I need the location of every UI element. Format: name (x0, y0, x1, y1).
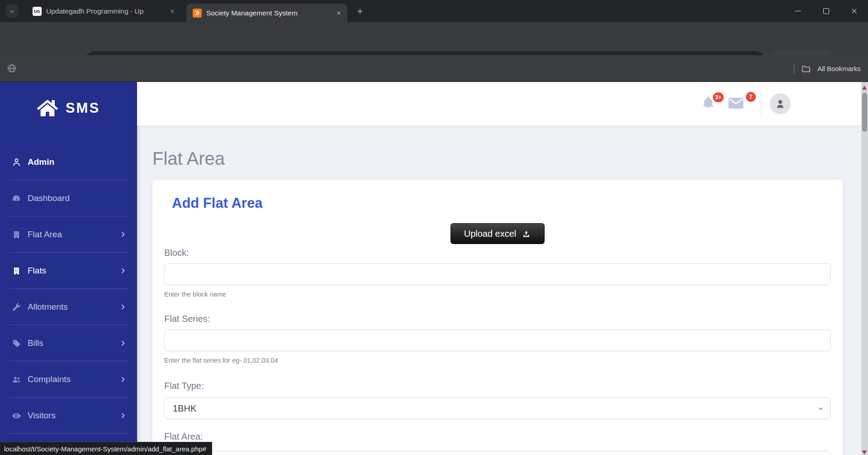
tab-strip: UG Updategadh Programming - Up Society M… (0, 0, 868, 22)
chevron-right-icon (120, 340, 126, 346)
upload-button-label: Upload excel (464, 229, 517, 239)
tab-search-button[interactable] (5, 4, 19, 18)
users-icon (11, 375, 22, 384)
chevron-right-icon (120, 412, 126, 419)
add-flat-area-card: Add Flat Area Upload excel Block: Enter … (152, 180, 843, 455)
plus-icon (356, 7, 364, 15)
sidebar-nav: Admin Dashboard Flat Area (0, 144, 137, 434)
sidebar-item-label: Flats (28, 266, 46, 276)
scrollbar-thumb[interactable] (862, 93, 867, 132)
notifications-badge: 3+ (713, 92, 724, 102)
page-scrollbar[interactable] (861, 82, 868, 455)
sidebar-item-admin[interactable]: Admin (0, 144, 137, 180)
sidebar-item-bills[interactable]: Bills (0, 325, 137, 361)
tab-title: Updategadh Programming - Up (46, 7, 167, 15)
block-label: Block: (164, 248, 831, 258)
close-window-button[interactable] (840, 0, 868, 22)
chevron-right-icon (120, 268, 126, 274)
tab-society-management[interactable]: Society Management System (186, 4, 347, 22)
avatar[interactable] (770, 93, 791, 114)
status-url-tooltip: localhost/t/Society-Management-System/ad… (0, 442, 212, 455)
flat-series-label: Flat Series: (164, 314, 831, 324)
new-tab-button[interactable] (354, 5, 366, 18)
envelope-icon (728, 97, 744, 110)
upload-excel-button[interactable]: Upload excel (451, 223, 545, 244)
sidebar-item-label: Complaints (28, 374, 71, 384)
sidebar-item-label: Dashboard (28, 193, 70, 203)
sidebar-item-visitors[interactable]: Visitors (0, 398, 137, 434)
minimize-button[interactable] (784, 0, 812, 22)
scroll-down-arrow-icon[interactable] (862, 450, 867, 455)
tab-title: Society Management System (206, 9, 334, 17)
building-icon (11, 230, 22, 239)
browser-window: UG Updategadh Programming - Up Society M… (0, 0, 868, 455)
close-icon[interactable] (334, 8, 344, 18)
flat-type-select[interactable]: 1BHK (164, 398, 831, 419)
card-title: Add Flat Area (172, 195, 831, 211)
building-solid-icon (11, 266, 22, 276)
divider (761, 91, 761, 116)
user-avatar-icon (774, 98, 786, 110)
folder-icon (801, 64, 811, 74)
globe-bookmark-icon[interactable] (6, 63, 17, 74)
chevron-right-icon (120, 231, 126, 238)
xampp-favicon (193, 9, 202, 18)
flat-series-helper-text: Enter the flat series for eg- 01,02,03,0… (164, 357, 831, 364)
upload-icon (522, 229, 531, 239)
browser-toolbar: localhost/t/Society-Management-System/ad… (0, 22, 868, 55)
flat-type-selected-value: 1BHK (173, 403, 196, 414)
flat-type-label: Flat Type: (164, 381, 831, 391)
minimize-icon (795, 11, 801, 11)
sidebar-item-label: Allotments (28, 302, 68, 312)
sidebar-item-label: Flat Area (28, 230, 62, 239)
sidebar-item-dashboard[interactable]: Dashboard (0, 180, 137, 216)
sidebar: SMS Admin Dashboard (0, 82, 137, 455)
block-input[interactable] (164, 263, 831, 285)
all-bookmarks-label: All Bookmarks (817, 65, 861, 72)
chevron-right-icon (120, 304, 126, 310)
sidebar-item-complaints[interactable]: Complaints (0, 361, 137, 398)
close-icon (851, 8, 858, 14)
all-bookmarks-button[interactable]: All Bookmarks (794, 55, 861, 82)
wrench-icon (11, 302, 22, 312)
bookmarks-bar: All Bookmarks (0, 55, 868, 82)
web-page: SMS Admin Dashboard (0, 82, 868, 455)
tags-icon (11, 339, 22, 348)
flat-area-input[interactable] (164, 451, 831, 455)
window-controls (784, 0, 868, 22)
chevron-down-icon (817, 405, 824, 412)
sidebar-item-flat-area[interactable]: Flat Area (0, 216, 137, 253)
maximize-button[interactable] (812, 0, 840, 22)
tab-updategadh[interactable]: UG Updategadh Programming - Up (26, 0, 181, 22)
scroll-up-arrow-icon[interactable] (862, 86, 867, 90)
home-icon (37, 99, 58, 118)
chevron-down-icon (9, 8, 16, 15)
flat-area-label: Flat Area: (164, 431, 831, 442)
close-icon[interactable] (167, 6, 177, 16)
brand-text: SMS (66, 100, 100, 116)
dashboard-gauge-icon (11, 193, 22, 203)
messages-button[interactable] (728, 97, 744, 110)
maximize-icon (823, 8, 829, 14)
app-topbar: 3+ 7 (137, 82, 861, 125)
chevron-right-icon (120, 376, 126, 383)
eye-icon (11, 411, 22, 421)
user-icon (11, 158, 22, 167)
sidebar-item-label: Admin (28, 157, 54, 167)
sidebar-item-label: Bills (28, 338, 43, 348)
brand-logo[interactable]: SMS (0, 82, 137, 118)
sidebar-item-label: Visitors (28, 411, 56, 421)
messages-badge: 7 (746, 92, 756, 102)
updategadh-favicon: UG (33, 7, 42, 16)
divider (794, 64, 795, 74)
page-title: Flat Area (152, 148, 225, 169)
flat-series-input[interactable] (164, 330, 831, 351)
sidebar-item-allotments[interactable]: Allotments (0, 289, 137, 325)
block-helper-text: Enter the block name (164, 291, 831, 298)
sidebar-item-flats[interactable]: Flats (0, 253, 137, 289)
